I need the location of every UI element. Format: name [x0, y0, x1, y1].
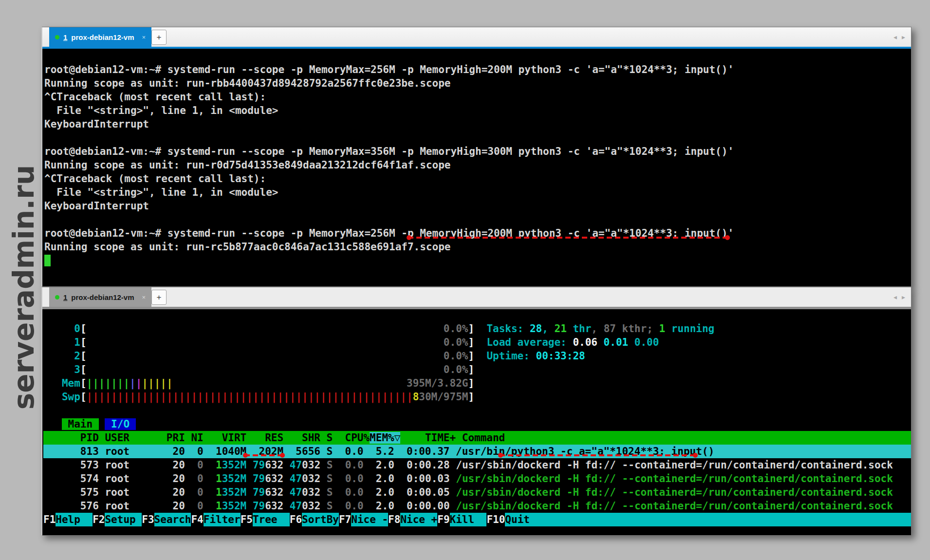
tab-bar-top: 1 prox-debian12-vm × + ◂ ▸ — [42, 27, 911, 49]
tab-title: prox-debian12-vm — [71, 33, 134, 41]
cpu-meter-3: 3[ 0.0%] — [43, 363, 911, 376]
tab-activity-dot — [55, 35, 59, 39]
tab-prox-debian12-vm-top[interactable]: 1 prox-debian12-vm × — [49, 27, 151, 47]
tab-activity-dot — [55, 295, 59, 299]
plus-icon: + — [157, 33, 162, 42]
fkey-f7-nice[interactable]: F7Nice - — [339, 513, 388, 526]
fkey-f1-help[interactable]: F1Help — [43, 513, 93, 526]
nav-prev-icon[interactable]: ◂ — [893, 293, 897, 301]
terminal-line: Running scope as unit: run-r0d75d41353e8… — [44, 158, 911, 172]
function-key-bar: F1Help F2Setup F3SearchF4FilterF5Tree F6… — [43, 513, 911, 526]
terminal-window-top: 1 prox-debian12-vm × + ◂ ▸ root@debian12… — [41, 27, 911, 287]
htop-tab-io[interactable]: I/O — [105, 418, 135, 430]
tab-close-icon[interactable]: × — [142, 294, 146, 301]
tab-close-icon[interactable]: × — [142, 34, 146, 41]
new-tab-button[interactable]: + — [151, 290, 167, 305]
terminal-window-bottom: 1 prox-debian12-vm × + ◂ ▸ 0[ 0.0%] Task… — [41, 287, 911, 536]
tab-index: 1 — [63, 293, 67, 301]
nav-next-icon[interactable]: ▸ — [902, 33, 905, 41]
terminal-line: ^CTraceback (most recent call last): — [44, 172, 911, 186]
terminal-line: Running scope as unit: run-rc5b877aac0c8… — [44, 240, 911, 254]
terminal-top-output[interactable]: root@debian12-vm:~# systemd-run --scope … — [42, 49, 911, 286]
terminal-cursor-line — [44, 254, 911, 267]
memory-meter: Mem[|||||||||||||| 395M/3.82G] — [43, 376, 911, 390]
process-row-575[interactable]: 575 root 20 0 1352M 79632 47032 S 0.0 2.… — [43, 485, 911, 499]
terminal-line: File "<string>", line 1, in <module> — [44, 104, 911, 117]
fkey-f3-search[interactable]: F3Search — [142, 513, 191, 526]
terminal-cursor — [44, 255, 51, 266]
annotation-red-underline-python-cmd — [500, 454, 696, 456]
terminal-line: File "<string>", line 1, in <module> — [44, 186, 911, 199]
plus-icon: + — [157, 293, 162, 302]
new-tab-button[interactable]: + — [151, 30, 167, 45]
tab-nav-arrows: ◂ ▸ — [893, 27, 905, 47]
terminal-line — [44, 213, 911, 226]
tab-title: prox-debian12-vm — [71, 293, 134, 301]
terminal-line: ^CTraceback (most recent call last): — [44, 90, 911, 104]
process-table-header[interactable]: PID USER PRI NI VIRT RES SHR S CPU%MEM%▽… — [43, 431, 911, 445]
terminal-line: KeyboardInterrupt — [44, 199, 911, 213]
fkey-f5-tree[interactable]: F5Tree — [241, 513, 290, 526]
nav-prev-icon[interactable]: ◂ — [893, 33, 897, 41]
blank-line — [43, 404, 911, 417]
nav-next-icon[interactable]: ▸ — [902, 293, 905, 301]
tab-bar-bottom: 1 prox-debian12-vm × + ◂ ▸ — [42, 287, 911, 309]
terminal-line: root@debian12-vm:~# systemd-run --scope … — [44, 63, 911, 76]
process-row-573[interactable]: 573 root 20 0 1352M 79632 47032 S 0.0 2.… — [43, 458, 911, 472]
terminal-line: root@debian12-vm:~# systemd-run --scope … — [44, 145, 911, 158]
fkey-f9-kill[interactable]: F9Kill — [437, 513, 486, 526]
fkey-f10-quit[interactable]: F10Quit — [486, 513, 542, 526]
htop-terminal[interactable]: 0[ 0.0%] Tasks: 28, 21 thr, 87 kthr; 1 r… — [42, 309, 911, 535]
process-row-576[interactable]: 576 root 20 0 1352M 79632 47032 S 0.0 2.… — [43, 499, 911, 513]
watermark: serveradmin.ru — [7, 165, 40, 410]
cpu-meter-0: 0[ 0.0%] Tasks: 28, 21 thr, 87 kthr; 1 r… — [43, 322, 911, 336]
terminal-line — [44, 131, 911, 145]
annotation-red-underline-res — [244, 454, 283, 456]
fkey-f4-filter[interactable]: F4Filter — [191, 513, 240, 526]
sort-column-mem[interactable]: MEM%▽ — [370, 432, 400, 444]
fkey-f2-setup[interactable]: F2Setup — [93, 513, 142, 526]
fkey-f6-sortby[interactable]: F6SortBy — [290, 513, 339, 526]
process-row-574[interactable]: 574 root 20 0 1352M 79632 47032 S 0.0 2.… — [43, 472, 911, 485]
htop-tab-main[interactable]: Main — [62, 418, 99, 430]
terminal-line: Running scope as unit: run-rbb4400437d89… — [44, 76, 911, 90]
cpu-meter-2: 2[ 0.0%] Uptime: 00:33:28 — [43, 349, 911, 363]
process-row-813[interactable]: 813 root 20 0 1040M 202M 5656 S 0.0 5.2 … — [43, 445, 911, 458]
cpu-meter-1: 1[ 0.0%] Load average: 0.06 0.01 0.00 — [43, 336, 911, 349]
terminal-line: KeyboardInterrupt — [44, 117, 911, 131]
tab-prox-debian12-vm-bottom[interactable]: 1 prox-debian12-vm × — [49, 287, 151, 307]
fkey-bar-fill — [542, 513, 911, 526]
htop-screen-tabs: Main I/O — [43, 417, 911, 431]
swap-meter: Swp[||||||||||||||||||||||||||||||||||||… — [43, 390, 911, 404]
tab-index: 1 — [63, 33, 67, 41]
tab-nav-arrows: ◂ ▸ — [893, 287, 905, 307]
fkey-f8-nice[interactable]: F8Nice + — [388, 513, 437, 526]
annotation-red-underline-command — [408, 237, 728, 239]
